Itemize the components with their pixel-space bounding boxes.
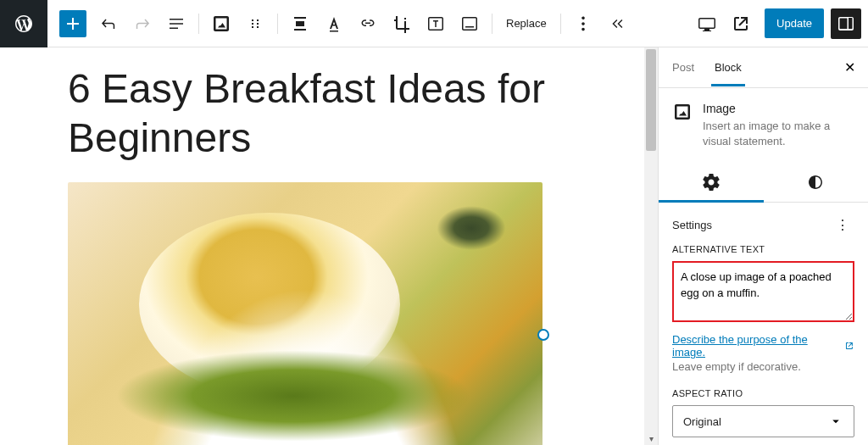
update-button[interactable]: Update	[765, 8, 824, 38]
crop-button[interactable]	[387, 8, 417, 39]
alt-text-input[interactable]	[672, 261, 854, 322]
wordpress-logo[interactable]	[0, 0, 47, 47]
image-block[interactable]	[68, 182, 542, 445]
text-icon	[324, 14, 344, 34]
link-button[interactable]	[353, 8, 383, 39]
align-button[interactable]	[285, 8, 315, 39]
undo-button[interactable]	[93, 8, 124, 39]
scrollbar-thumb[interactable]	[646, 49, 656, 151]
crop-icon	[392, 14, 412, 34]
drag-button[interactable]	[240, 8, 270, 39]
close-sidebar-button[interactable]: ✕	[834, 53, 865, 83]
image-icon	[211, 14, 231, 34]
sidebar-toggle-button[interactable]	[831, 8, 861, 39]
document-overview-button[interactable]	[161, 8, 192, 39]
add-block-button[interactable]	[59, 10, 86, 37]
settings-sidebar: Post Block ✕ Image Insert an image to ma…	[658, 47, 868, 445]
panel-menu-button[interactable]: ⋮	[831, 216, 854, 234]
preview-button[interactable]	[726, 8, 756, 39]
list-icon	[166, 14, 186, 34]
text-overlay-icon	[426, 14, 446, 34]
editor-canvas[interactable]: 6 Easy Breakfast Ideas for Beginners ▴ ▾	[0, 47, 658, 445]
sidebar-icon	[836, 14, 856, 34]
divider	[492, 14, 492, 34]
chevron-double-left-icon	[607, 14, 627, 34]
more-options-button[interactable]	[568, 8, 598, 39]
caption-button[interactable]	[454, 8, 485, 39]
styles-icon	[805, 172, 826, 192]
subtab-styles[interactable]	[764, 163, 869, 202]
redo-button[interactable]	[127, 8, 158, 39]
block-type-desc: Insert an image to make a visual stateme…	[703, 119, 854, 149]
tab-block[interactable]: Block	[704, 49, 752, 86]
undo-icon	[98, 14, 119, 34]
redo-icon	[132, 14, 153, 34]
top-toolbar: Replace Update	[0, 0, 868, 47]
alt-text-label: ALTERNATIVE TEXT	[672, 244, 854, 254]
view-button[interactable]	[692, 8, 722, 39]
plus-icon	[63, 14, 83, 34]
desktop-icon	[697, 14, 717, 34]
block-type-title: Image	[703, 102, 854, 115]
scroll-down-arrow[interactable]: ▾	[644, 431, 658, 445]
dots-grid-icon	[245, 14, 265, 34]
collapse-toolbar-button[interactable]	[602, 8, 632, 39]
link-icon	[358, 14, 378, 34]
image-block-button[interactable]	[206, 8, 236, 39]
external-icon	[844, 341, 854, 351]
external-icon	[731, 14, 751, 34]
replace-button[interactable]: Replace	[498, 10, 555, 36]
divider	[198, 14, 199, 34]
subtab-settings[interactable]	[659, 163, 764, 202]
chevron-down-icon	[828, 414, 843, 429]
divider	[277, 14, 278, 34]
aspect-ratio-select[interactable]: Original	[672, 405, 854, 437]
post-title[interactable]: 6 Easy Breakfast Ideas for Beginners	[68, 64, 644, 162]
resize-handle-right[interactable]	[537, 329, 549, 341]
panel-title: Settings	[672, 219, 712, 231]
gear-icon	[701, 172, 721, 192]
alt-text-help-link[interactable]: Describe the purpose of the image.	[672, 333, 854, 359]
aspect-ratio-label: ASPECT RATIO	[672, 388, 854, 398]
text-button[interactable]	[319, 8, 349, 39]
alt-text-hint: Leave empty if decorative.	[672, 360, 854, 373]
divider	[560, 14, 561, 34]
caption-icon	[459, 14, 480, 34]
dots-vertical-icon	[573, 14, 593, 34]
tab-post[interactable]: Post	[662, 49, 704, 86]
aspect-ratio-value: Original	[683, 415, 721, 428]
align-icon	[290, 14, 310, 34]
canvas-scrollbar[interactable]: ▴ ▾	[644, 47, 658, 445]
image-icon	[672, 102, 693, 122]
text-overlay-button[interactable]	[420, 8, 451, 39]
